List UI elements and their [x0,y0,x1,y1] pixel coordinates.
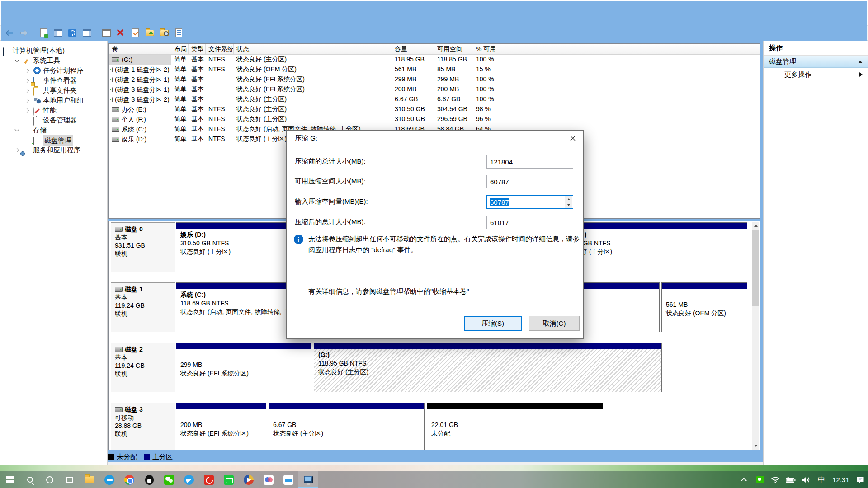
more-actions-item[interactable]: 更多操作 [764,68,868,81]
dialog-field-1: 可用压缩空间大小(MB):60787 [287,175,583,188]
volume-row[interactable]: (G:)简单基本NTFS状态良好 (主分区)118.95 GB118.85 GB… [109,55,760,65]
column-header-% 可用[interactable]: % 可用 [473,44,501,54]
chrome-icon[interactable] [119,471,139,488]
title-bar[interactable]: 计算机管理 [0,0,868,14]
tray-expand-icon[interactable] [737,471,752,488]
expand-arrow-icon[interactable] [25,99,29,103]
partition-561 MB[interactable]: 561 MB状态良好 (OEM 分区) [661,282,747,332]
volume-cell: 85 MB [434,65,473,75]
shrink-amount-input[interactable]: 60787 [486,195,573,209]
sidebar-item-计算机管理(本地)[interactable]: 计算机管理(本地) [0,46,107,56]
volume-row[interactable]: (磁盘 2 磁盘分区 1)简单基本状态良好 (EFI 系统分区)299 MB29… [109,75,760,84]
dialog-field-0: 压缩前的总计大小(MB):121804 [287,155,583,169]
tim-icon[interactable] [179,471,199,488]
task-view-icon[interactable] [60,471,80,488]
partition-color-strip [176,403,266,409]
expand-arrow-icon[interactable] [25,108,29,113]
sidebar-item-label: 设备管理器 [43,115,77,125]
action-center-icon[interactable] [853,471,868,488]
expand-arrow-icon[interactable] [25,69,29,73]
sidebar-item-系统工具[interactable]: 系统工具 [0,56,107,66]
disk-status: 联机 [115,370,171,378]
sidebar-item-设备管理器[interactable]: 设备管理器 [0,115,107,125]
sidebar-item-事件查看器[interactable]: 事件查看器 [0,75,107,85]
volume-cell: 200 MB [392,84,434,94]
dialog-title-bar[interactable]: 压缩 G: [287,131,583,146]
cortana-icon[interactable] [40,471,60,488]
partition-(G:)[interactable]: (G:)118.95 GB NTFS状态良好 (主分区) [314,343,662,392]
partition-6.67 GB[interactable]: 6.67 GB状态良好 (主分区) [269,403,425,450]
column-header-可用空间[interactable]: 可用空间 [434,44,473,54]
column-header-卷[interactable]: 卷 [109,44,171,54]
disk-label-3[interactable]: 磁盘 3可移动28.88 GB联机 [111,403,175,450]
baidu-netdisk-icon[interactable] [278,471,298,488]
sidebar-item-共享文件夹[interactable]: 共享文件夹 [0,85,107,95]
expand-arrow-icon[interactable] [15,148,19,153]
battery-icon[interactable] [783,471,798,488]
actions-group-disk-management[interactable]: 磁盘管理 [764,56,868,68]
column-header-状态[interactable]: 状态 [234,44,392,54]
partition-299 MB[interactable]: 299 MB状态良好 (EFI 系统分区) [176,343,311,392]
disk-label-1[interactable]: 磁盘 1基本119.24 GB联机 [111,282,175,332]
computer-management-icon[interactable] [298,471,318,488]
spin-up-button[interactable] [565,196,572,202]
collapse-arrow-icon[interactable] [15,58,19,62]
cancel-button[interactable]: 取消(C) [529,316,580,331]
clock[interactable]: 12:31 [829,471,853,488]
volume-row[interactable]: 办公 (E:)简单基本NTFS状态良好 (主分区)310.50 GB304.54… [109,104,760,114]
sidebar-item-label: 磁盘管理 [43,135,73,146]
column-header-文件系统[interactable]: 文件系统 [206,44,234,54]
partition-200 MB[interactable]: 200 MB状态良好 (EFI 系统分区) [176,403,266,450]
qq-icon[interactable] [139,471,159,488]
spin-down-button[interactable] [565,202,572,208]
wifi-icon[interactable] [768,471,783,488]
dialog-close-button[interactable] [562,131,583,146]
disk-name: 磁盘 2 [115,345,171,353]
volume-row[interactable]: 个人 (F:)简单基本NTFS状态良好 (主分区)310.50 GB296.59… [109,114,760,124]
disk-status: 联机 [115,249,171,258]
collapse-icon[interactable] [858,61,863,63]
search-icon[interactable] [20,471,40,488]
sidebar-item-存储[interactable]: 存储 [0,125,107,135]
iqiyi-icon[interactable] [219,471,239,488]
start-icon[interactable] [0,471,20,488]
volume-row[interactable]: (磁盘 3 磁盘分区 1)简单基本状态良好 (EFI 系统分区)200 MB20… [109,84,760,94]
volume-row[interactable]: (磁盘 1 磁盘分区 2)简单基本NTFS状态良好 (OEM 分区)561 MB… [109,65,760,75]
volume-icon[interactable] [798,471,814,488]
sidebar-item-本地用户和组[interactable]: 本地用户和组 [0,95,107,105]
potplayer-icon[interactable] [239,471,259,488]
column-header-类型[interactable]: 类型 [189,44,206,54]
column-header-布局[interactable]: 布局 [171,44,189,54]
collapse-arrow-icon[interactable] [15,127,19,132]
volume-row[interactable]: (磁盘 3 磁盘分区 2)简单基本状态良好 (主分区)6.67 GB6.67 G… [109,94,760,104]
disk-label-0[interactable]: 磁盘 0基本931.51 GB联机 [111,222,175,272]
sidebar-item-性能[interactable]: 性能 [0,105,107,115]
sidebar-item-服务和应用程序[interactable]: 服务和应用程序 [0,145,107,155]
expand-arrow-icon[interactable] [25,89,29,93]
taskbar: 中 12:31 [0,471,868,488]
disk-name-text: 磁盘 3 [125,405,143,413]
design-app-icon[interactable] [259,471,278,488]
shrink-button[interactable]: 压缩(S) [464,316,522,331]
wechat-icon[interactable] [159,471,179,488]
partition-name: 个人 (F:) [562,230,743,239]
wechat-tray-icon[interactable] [752,471,768,488]
volume-icon [112,77,113,82]
partition-个人 (F:)[interactable]: 个人 (F:)310.50 GB NTFS状态良好 (主分区) [557,222,747,272]
file-explorer-icon[interactable] [80,471,99,488]
disk-label-2[interactable]: 磁盘 2基本119.24 GB联机 [111,343,175,392]
volume-name: (磁盘 2 磁盘分区 1) [115,75,170,84]
expand-arrow-icon[interactable] [25,79,29,83]
sidebar-item-label: 系统工具 [33,56,60,66]
ime-indicator[interactable]: 中 [814,471,829,488]
volume-cell [206,94,234,104]
sidebar-item-任务计划程序[interactable]: 任务计划程序 [0,66,107,75]
legend-item: 主分区 [144,453,173,461]
volume-cell: 基本 [189,124,206,134]
column-header-容量[interactable]: 容量 [392,44,434,54]
netease-music-icon[interactable] [199,471,219,488]
unallocated-region[interactable]: 22.01 GB未分配 [427,403,603,450]
sidebar-item-磁盘管理[interactable]: 磁盘管理 [0,135,107,145]
sidebar-item-label: 任务计划程序 [43,66,84,75]
edge-icon[interactable] [99,471,119,488]
